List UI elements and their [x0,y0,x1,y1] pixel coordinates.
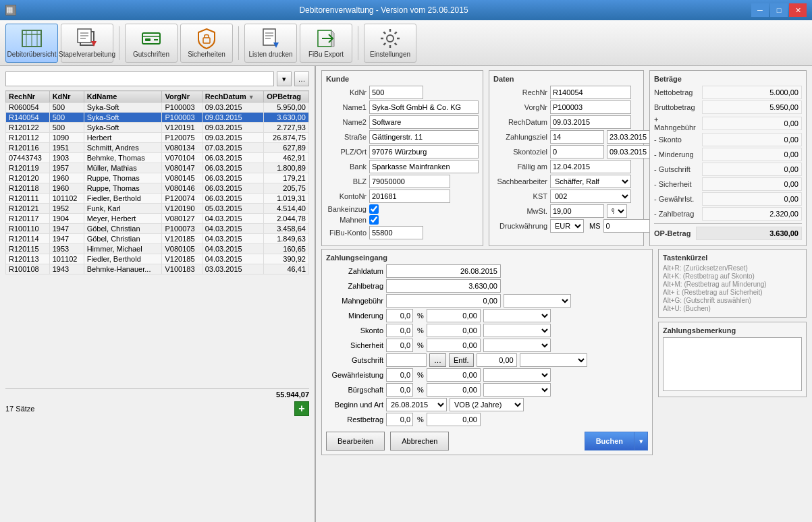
minderung-z-pct-input[interactable] [386,309,413,322]
opBetrag-value[interactable] [696,227,802,240]
burgschaft-z-select[interactable] [483,383,551,397]
table-row[interactable]: R120118 1960 Ruppe, Thomas V080146 06.03… [6,183,309,194]
abbrechen-button[interactable]: Abbrechen [390,432,449,451]
toolbar-stapel[interactable]: Stapelverarbeitung [61,24,113,63]
toolbar-fibu[interactable]: FiBu Export [300,24,352,63]
restbetrag-z-pct-input[interactable] [386,413,413,426]
d-rechDatum-input[interactable] [550,115,631,129]
kdnr-input[interactable] [369,86,423,99]
toolbar-einstellungen[interactable]: Einstellungen [364,24,416,63]
table-row[interactable]: R120111 101102 Fiedler, Berthold P120074… [6,194,309,204]
search-input[interactable] [5,71,274,86]
name1-input[interactable] [369,100,479,114]
d-skontoziel-days-input[interactable] [550,145,604,158]
gutschrift-z-val-input[interactable] [477,353,517,367]
sicherheit-z-select[interactable] [483,339,551,352]
table-row[interactable]: R140054 500 Syka-Soft P100003 09.03.2015… [6,113,309,123]
table-row[interactable]: R120116 1951 Schmitt, Andres V080134 07.… [6,143,309,153]
table-row[interactable]: R120122 500 Syka-Soft V120191 09.03.2015… [6,123,309,133]
beginn-z-date-select[interactable]: 26.08.2015 [386,398,447,411]
table-scroll[interactable]: RechNr KdNr KdName VorgNr RechDatum ▼ OP… [5,90,309,387]
d-druckwahrung-select[interactable]: EUR [550,219,584,233]
d-sachbearbeiter-select[interactable]: Schäffer, Ralf [550,175,631,188]
restbetrag-z-val-input[interactable] [427,413,481,426]
toolbar-debitor[interactable]: Debitorübersicht [5,24,58,63]
gewahrlst-value[interactable] [702,192,802,206]
col-kdNr[interactable]: KdNr [49,91,84,103]
toolbar-gutschrift[interactable]: Gutschriften [125,24,178,63]
gutschrift-select-button[interactable]: … [429,353,446,367]
maximize-button[interactable]: □ [770,3,788,17]
search-dropdown-button[interactable]: ▾ [277,71,292,86]
buchen-button[interactable]: Buchen [585,432,634,451]
sicherheit-z-pct-input[interactable] [386,339,413,352]
table-row[interactable]: R120114 1947 Göbel, Christian V120185 04… [6,234,309,244]
bruttobetrag-value[interactable] [702,100,802,114]
add-record-button[interactable]: + [294,401,309,416]
kontonr-input[interactable] [369,190,450,203]
table-row[interactable]: R120115 1953 Himmer, Michael V080105 04.… [6,244,309,254]
table-row[interactable]: R120119 1957 Müller, Mathias V080147 06.… [6,163,309,173]
blz-input[interactable] [369,175,450,188]
name2-input[interactable] [369,115,479,129]
gutschrift-z-input[interactable] [386,353,427,367]
gutschrift-remove-button[interactable]: Entf. [449,353,474,367]
search-more-button[interactable]: … [294,71,309,86]
burgschaft-z-val-input[interactable] [427,383,481,397]
skonto-z-pct-input[interactable] [386,324,413,337]
table-row[interactable]: R120117 1904 Meyer, Herbert V080127 04.0… [6,214,309,224]
gutschrift-z-select[interactable] [520,353,587,367]
skonto-z-val-input[interactable] [427,324,481,337]
d-mwst-input[interactable] [550,204,604,218]
col-rechNr[interactable]: RechNr [6,91,50,103]
gewahrlst-z-val-input[interactable] [427,368,481,382]
d-zahlungsziel-days-input[interactable] [550,130,604,144]
sicherheit-value[interactable] [702,177,802,191]
buchen-dropdown-button[interactable]: ▾ [634,432,648,451]
table-row[interactable]: R060054 500 Syka-Soft P100003 09.03.2015… [6,103,309,113]
strasse-input[interactable] [369,130,479,144]
minimize-button[interactable]: ─ [751,3,769,17]
table-row[interactable]: R120120 1960 Ruppe, Thomas V080145 06.03… [6,173,309,183]
skonto-value[interactable] [702,133,802,146]
bearbeiten-button[interactable]: Bearbeiten [326,432,385,451]
close-button[interactable]: ✕ [789,3,807,17]
skonto-z-select[interactable] [483,324,551,337]
bankeinzug-checkbox[interactable] [369,204,379,214]
table-row[interactable]: R120112 1090 Herbert P120075 09.03.2015 … [6,133,309,143]
col-rechDatum[interactable]: RechDatum ▼ [202,91,264,103]
zahlbetrag-value[interactable] [702,207,802,221]
table-row[interactable]: R100108 1943 Behmke-Hanauer... V100183 0… [6,264,309,274]
table-row[interactable]: R100110 1947 Göbel, Christian P100073 04… [6,224,309,234]
d-vorgNr-input[interactable] [550,100,631,114]
mahnen-checkbox[interactable] [369,215,379,225]
col-kdName[interactable]: KdName [84,91,162,103]
d-mwst-select[interactable]: % [607,204,627,218]
col-opBetrag[interactable]: OPBetrag [264,91,309,103]
sicherheit-z-val-input[interactable] [427,339,481,352]
mahngebuhr-z-select[interactable] [504,294,571,308]
beginn-z-type-select[interactable]: VOB (2 Jahre) [450,398,524,411]
zahlungsbemerkung-textarea[interactable] [663,337,802,391]
minderung-z-val-input[interactable] [427,309,481,322]
nettobetrag-value[interactable] [702,86,802,99]
d-faeligAm-input[interactable] [550,160,631,173]
minderung-z-select[interactable] [483,309,551,322]
zahldatum-input[interactable] [386,264,501,278]
minderung-value[interactable] [702,148,802,161]
gewahrlst-z-select[interactable] [483,368,551,382]
gutschrift-value[interactable] [702,163,802,176]
toolbar-listen[interactable]: Listen drucken [244,24,297,63]
gewahrlst-z-pct-input[interactable] [386,368,413,382]
plzort-input[interactable] [369,145,479,158]
table-row[interactable]: R120121 1952 Funk, Karl V120190 05.03.20… [6,204,309,214]
fibukonto-input[interactable] [369,226,423,239]
bank-input[interactable] [369,160,479,173]
table-row[interactable]: 07443743 1903 Behmke, Thomas V070104 06.… [6,153,309,163]
table-row[interactable]: R120113 101102 Fiedler, Berthold V120185… [6,254,309,264]
mahngebuhr-value[interactable] [702,117,802,130]
col-vorgNr[interactable]: VorgNr [162,91,202,103]
mahngebuhr-z-input[interactable] [386,294,501,308]
d-kst-select[interactable]: 002 [550,190,631,203]
toolbar-sicherheit[interactable]: Sicherheiten [180,24,233,63]
